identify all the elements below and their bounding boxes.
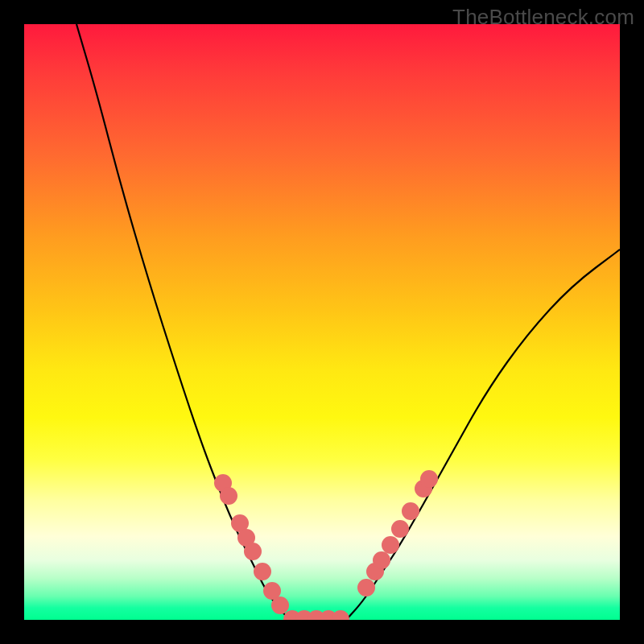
highlight-dot bbox=[254, 563, 271, 580]
watermark-text: TheBottleneck.com bbox=[452, 5, 634, 30]
marker-group bbox=[214, 470, 438, 620]
highlight-dot bbox=[220, 487, 237, 505]
highlight-dot bbox=[402, 502, 419, 520]
highlight-dot bbox=[271, 597, 289, 614]
chart-svg bbox=[24, 24, 620, 620]
curve-group bbox=[76, 24, 620, 620]
highlight-dot bbox=[382, 536, 399, 554]
highlight-dot bbox=[357, 579, 375, 597]
highlight-dot bbox=[373, 551, 390, 569]
highlight-dot bbox=[420, 470, 438, 488]
curve-left-arm bbox=[76, 24, 290, 620]
chart-plot-area bbox=[24, 24, 620, 620]
highlight-dot bbox=[391, 520, 409, 538]
highlight-dot bbox=[244, 543, 262, 560]
highlight-dot bbox=[332, 610, 349, 620]
